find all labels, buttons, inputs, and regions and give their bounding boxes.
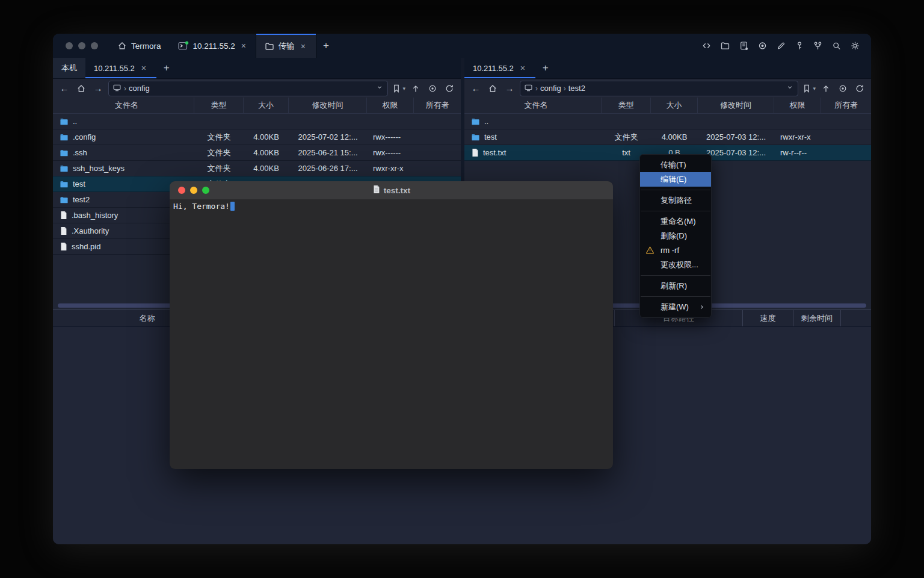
editor-minimize-button[interactable] <box>190 187 197 194</box>
file-name: test.txt <box>483 148 506 157</box>
menu-item-1[interactable]: 编辑(E) <box>640 172 711 187</box>
menu-item-12[interactable]: 新建(W) <box>640 300 711 314</box>
column-header-size[interactable]: 大小 <box>651 98 698 113</box>
home-icon <box>117 41 127 51</box>
column-header-type[interactable]: 类型 <box>194 98 244 113</box>
settings-gear-icon[interactable] <box>850 41 860 51</box>
table-header: 文件名 类型 大小 修改时间 权限 所有者 <box>464 98 871 114</box>
search-icon[interactable] <box>831 41 842 51</box>
tab-transfer[interactable]: 传输 <box>256 34 316 58</box>
close-tab-icon[interactable] <box>519 64 527 72</box>
file-name: ssh_host_keys <box>73 164 125 173</box>
tab-termora[interactable]: Termora <box>109 34 170 58</box>
column-header-perm[interactable]: 权限 <box>367 98 414 113</box>
refresh-icon[interactable] <box>443 82 456 95</box>
close-tab-icon[interactable] <box>140 64 148 72</box>
menu-separator <box>641 275 710 276</box>
titlebar: Termora 10.211.55.2 传输 <box>53 34 871 58</box>
breadcrumb-segment[interactable]: test2 <box>568 84 585 93</box>
file-size <box>244 114 289 129</box>
menu-item-10[interactable]: 刷新(R) <box>640 279 711 293</box>
column-header-type[interactable]: 类型 <box>602 98 651 113</box>
refresh-icon[interactable] <box>853 82 866 95</box>
column-header-modified[interactable]: 修改时间 <box>698 98 774 113</box>
breadcrumb-segment[interactable]: config <box>129 84 150 93</box>
bookmark-button[interactable] <box>392 84 405 93</box>
path-input[interactable]: config <box>108 81 388 96</box>
new-pane-tab-button[interactable] <box>156 58 177 78</box>
path-input[interactable]: config test2 <box>520 81 798 96</box>
file-row-.ssh[interactable]: .ssh 文件夹 4.00KB 2025-06-21 15:... rwx---… <box>53 145 461 161</box>
breadcrumb-segment[interactable]: config <box>540 84 561 93</box>
chevron-down-icon[interactable] <box>375 83 384 93</box>
file-row-..[interactable]: .. <box>53 114 461 129</box>
home-button[interactable] <box>486 82 499 95</box>
file-perm: rwx------ <box>367 145 414 160</box>
minimize-window-button[interactable] <box>78 42 85 49</box>
code-icon[interactable] <box>701 41 712 51</box>
keychain-icon[interactable] <box>813 41 823 51</box>
pencil-icon[interactable] <box>776 41 786 51</box>
zoom-window-button[interactable] <box>91 42 98 49</box>
left-toolbar: config <box>53 79 461 98</box>
tab-label: 10.211.55.2 <box>193 42 235 51</box>
editor-titlebar[interactable]: test.txt <box>170 181 613 199</box>
show-hidden-files-icon[interactable] <box>836 82 849 95</box>
show-hidden-files-icon[interactable] <box>426 82 439 95</box>
menu-item-5[interactable]: 重命名(M) <box>640 214 711 229</box>
menu-item-8[interactable]: 更改权限... <box>640 258 711 272</box>
editor-close-button[interactable] <box>178 187 185 194</box>
key-icon[interactable] <box>795 41 804 51</box>
parent-directory-button[interactable] <box>819 82 833 95</box>
bookmark-button[interactable] <box>802 84 816 93</box>
new-tab-button[interactable] <box>316 34 336 58</box>
close-window-button[interactable] <box>66 42 73 49</box>
back-button[interactable] <box>58 82 71 95</box>
column-header-modified[interactable]: 修改时间 <box>289 98 367 113</box>
file-owner <box>414 114 461 129</box>
log-icon[interactable] <box>739 41 749 51</box>
file-row-..[interactable]: .. <box>464 114 871 129</box>
editor-zoom-button[interactable] <box>202 187 209 194</box>
pane-tab-local[interactable]: 本机 <box>53 58 85 78</box>
forward-button[interactable] <box>91 82 105 95</box>
folder-icon <box>60 196 69 204</box>
desktop: Termora 10.211.55.2 传输 <box>0 0 924 578</box>
record-icon[interactable] <box>757 41 768 51</box>
forward-button[interactable] <box>503 82 516 95</box>
column-header-owner[interactable]: 所有者 <box>821 98 871 113</box>
menu-item-3[interactable]: 复制路径 <box>640 193 711 208</box>
file-modified <box>698 114 774 129</box>
file-row-.config[interactable]: .config 文件夹 4.00KB 2025-07-02 12:... rwx… <box>53 129 461 145</box>
column-header-name[interactable]: 文件名 <box>464 98 602 113</box>
new-pane-tab-button[interactable] <box>535 58 556 78</box>
bookmark-dropdown-icon[interactable] <box>813 85 816 92</box>
tab-label: 本机 <box>61 63 77 73</box>
column-header-perm[interactable]: 权限 <box>774 98 821 113</box>
pane-tab-host[interactable]: 10.211.55.2 <box>464 58 535 78</box>
file-row-ssh_host_keys[interactable]: ssh_host_keys 文件夹 4.00KB 2025-06-26 17:.… <box>53 161 461 176</box>
folder-icon[interactable] <box>720 41 730 51</box>
column-header-name[interactable]: 文件名 <box>53 98 194 113</box>
column-header-owner[interactable]: 所有者 <box>414 98 461 113</box>
file-size: 4.00KB <box>244 161 289 176</box>
home-button[interactable] <box>75 82 88 95</box>
close-tab-icon[interactable] <box>239 42 248 50</box>
chevron-down-icon[interactable] <box>786 83 794 93</box>
parent-directory-button[interactable] <box>409 82 422 95</box>
back-button[interactable] <box>469 82 482 95</box>
menu-item-0[interactable]: 传输(T) <box>640 158 711 172</box>
menu-item-6[interactable]: 删除(D) <box>640 229 711 243</box>
tab-ssh-host[interactable]: 10.211.55.2 <box>170 34 256 58</box>
tab-label: 10.211.55.2 <box>473 64 514 73</box>
transfer-column-speed[interactable]: 速度 <box>743 310 793 326</box>
bookmark-dropdown-icon[interactable] <box>402 85 405 92</box>
editor-window: test.txt Hi, Termora! <box>170 181 613 469</box>
transfer-column-remaining[interactable]: 剩余时间 <box>793 310 841 326</box>
file-row-test[interactable]: test 文件夹 4.00KB 2025-07-03 12:... rwxr-x… <box>464 129 871 145</box>
menu-item-7[interactable]: rm -rf <box>640 243 711 258</box>
column-header-size[interactable]: 大小 <box>244 98 289 113</box>
pane-tab-host[interactable]: 10.211.55.2 <box>85 58 156 78</box>
close-tab-icon[interactable] <box>299 42 307 51</box>
editor-content[interactable]: Hi, Termora! <box>170 199 613 213</box>
